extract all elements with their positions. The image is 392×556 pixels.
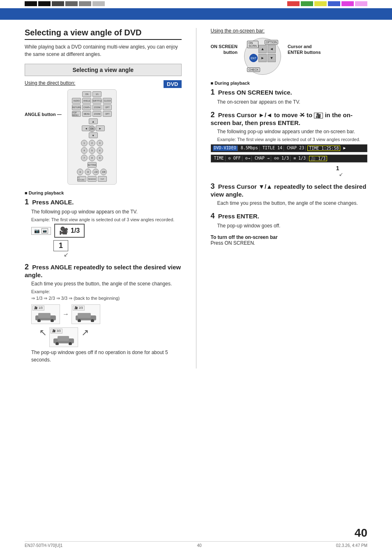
using-direct-label: Using the direct button:: [25, 80, 182, 86]
status-chap: CHAP 23: [286, 146, 306, 151]
top-bar-center: [105, 0, 287, 7]
turnoff-desc: Press ON SCREEN.: [211, 240, 256, 246]
svg-rect-1: [38, 313, 51, 318]
status-time: TIME 1:25:58: [307, 146, 340, 151]
right-step3-desc: Each time you press the button, the angl…: [217, 199, 368, 207]
svg-rect-5: [78, 313, 91, 318]
status-chap2: CHAP →: [254, 156, 271, 161]
left-step1-desc: The following pop-up window appears on t…: [31, 208, 182, 215]
status-time2: TIME: [213, 156, 226, 161]
car-sequence-row2: ↙ 🎥 3/3 ↗: [31, 327, 182, 347]
right-step4: 4 Press ENTER. The pop-up window goes of…: [211, 212, 368, 229]
right-step2-title: 2 Press Cursor ►/◄ to move ✕ to 🎥 in the…: [211, 111, 368, 126]
status-angle: 🎥 1/3: [309, 156, 327, 161]
remote-center-illustration: ONSCRN ▲ OPTION ◄ ENT ► CHECK ▼: [244, 38, 281, 75]
footer: EN37-50TH-V70[U]1 40 02.3.26, 4:47 PM: [25, 541, 367, 548]
turnoff-title: To turn off the on-screen bar: [211, 234, 278, 240]
status-ab: ⊙⊙ 1/3: [273, 156, 291, 161]
right-step2-example: Example: The first view angle is selecte…: [217, 137, 368, 142]
right-step1-desc: The on-screen bar appears on the TV.: [217, 98, 368, 106]
car-box-1: 🎥 1/3: [31, 304, 60, 324]
right-step4-title: 4 Press ENTER.: [211, 212, 368, 220]
status-bar-bottom: TIME ⊙ OFF ⊙→ CHAP → ⊙⊙ 1/3 ≡ 1/3 🎥 1/3: [211, 155, 368, 162]
status-bar-top: DVD-VIDEO 8.5Mbps TITLE 14 CHAP 23 TIME …: [211, 144, 368, 152]
remote-illustration: ON 1/1 AUDIO ANGLE SUBTITLE CLOCK RETURN…: [67, 89, 117, 185]
right-step1: 1 Press ON SCREEN twice. The on-screen b…: [211, 88, 368, 106]
right-column: Using the on-screen bar: ON SCREENbutton…: [211, 28, 368, 368]
popup-number-box: 1 ↙: [41, 240, 182, 258]
left-step1-title: 1 Press ANGLE.: [25, 198, 182, 206]
turnoff-note: To turn off the on-screen bar Press ON S…: [211, 234, 368, 246]
using-onscreen-label: Using the on-screen bar:: [211, 28, 368, 34]
left-step2-example-label: Example:: [31, 289, 182, 294]
left-column: Selecting a view angle of DVD While play…: [25, 28, 182, 368]
status-play: ▶: [342, 146, 347, 151]
cursor-enter-label: Cursor andENTER buttons: [288, 44, 321, 56]
angle-button-label: ANGLE button —: [25, 112, 62, 117]
status-off: ⊙ OFF: [227, 156, 242, 161]
page-number: 40: [355, 526, 367, 540]
subsection-box: Selecting a view angle: [25, 64, 182, 76]
status-title: TITLE 14: [261, 146, 284, 151]
right-step1-title: 1 Press ON SCREEN twice.: [211, 88, 368, 97]
svg-rect-9: [58, 336, 69, 341]
seq-arrow-2: ↙: [38, 329, 48, 336]
popup-note: The pop-up window goes off if no operati…: [31, 349, 182, 364]
left-step2: 2 Press ANGLE repeatedly to select the d…: [25, 263, 182, 364]
status-sub: ≡ 1/3: [292, 156, 307, 161]
playback-notice-left: During playback: [25, 190, 182, 195]
playback-notice-right: During playback: [211, 81, 368, 86]
dvd-badge: DVD: [164, 80, 181, 88]
left-step1-example: Example: The first view angle is selecte…: [31, 217, 182, 222]
status-dvdvideo: DVD-VIDEO: [213, 146, 238, 151]
left-step2-title: 2 Press ANGLE repeatedly to select the d…: [25, 263, 182, 278]
status-bitrate: 8.5Mbps: [240, 146, 260, 151]
car-box-2: 🎥 2/3: [71, 304, 100, 324]
seq-arrow-3: ↗: [81, 327, 89, 347]
right-step4-desc: The pop-up window goes off.: [217, 222, 368, 229]
left-step2-desc: Each time you press the button, the angl…: [31, 280, 182, 287]
car-box-3: 🎥 3/3: [49, 327, 78, 347]
main-content: Selecting a view angle of DVD While play…: [0, 20, 392, 377]
footer-right: 02.3.26, 4:47 PM: [336, 543, 367, 548]
header-blue-bar: [0, 8, 392, 20]
remote-area: ANGLE button — ON 1/1 AUDIO ANGLE SUBTIT…: [25, 89, 164, 185]
left-step1: 1 Press ANGLE. The following pop-up wind…: [25, 198, 182, 258]
status-repeat: ⊙→: [244, 156, 252, 161]
page-title: Selecting a view angle of DVD: [25, 28, 182, 40]
top-bar-right: [287, 0, 392, 7]
on-screen-button-label: ON SCREENbutton: [211, 44, 238, 56]
right-step3-title: 3 Press Cursor ▼/▲ repeatedly to select …: [211, 182, 368, 198]
footer-center: 40: [197, 543, 201, 548]
angle-arrow: ↙: [339, 171, 367, 177]
subsection-title: Selecting a view angle: [72, 67, 134, 73]
angle-number: 1: [336, 165, 367, 171]
col-divider: [196, 28, 196, 368]
right-step2: 2 Press Cursor ►/◄ to move ✕ to 🎥 in the…: [211, 111, 368, 177]
angle-popup-illustration: 📷 📷 🎥 1/3: [31, 224, 182, 238]
top-bar: [0, 0, 392, 7]
onscreen-area: ON SCREENbutton ONSCRN ▲ OPTION ◄ ENT ► …: [211, 38, 368, 75]
footer-left: EN37-50TH-V70[U]1: [25, 543, 62, 548]
left-step2-sequence: ⇒ 1/3 ⇒ 2/3 ⇒ 3/3 ⇒ (back to the beginni…: [31, 296, 182, 301]
seq-arrow-1: →: [62, 310, 69, 318]
top-bar-left: [0, 0, 105, 7]
right-step3: 3 Press Cursor ▼/▲ repeatedly to select …: [211, 182, 368, 207]
car-sequence: 🎥 1/3 → 🎥 2/3: [31, 304, 182, 324]
section-intro: While playing back a DVD containing mult…: [25, 43, 182, 58]
right-step2-desc: The following pop-up window appears unde…: [217, 128, 368, 135]
